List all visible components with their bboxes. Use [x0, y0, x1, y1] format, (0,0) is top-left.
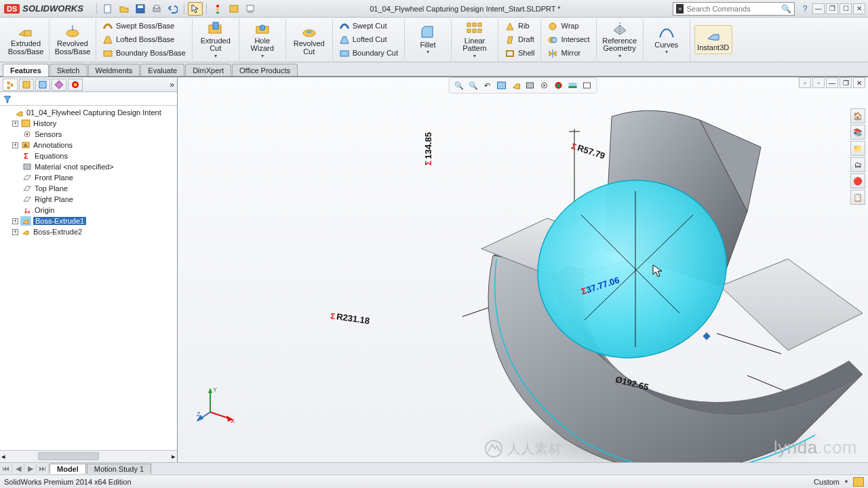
- search-prefix-icon: »: [676, 4, 684, 14]
- tree-root[interactable]: 01_04_Flywheel Capturing Design Intent: [0, 107, 177, 118]
- tree-boss-extrude1[interactable]: +Boss-Extrude1: [0, 216, 177, 226]
- select-button[interactable]: [188, 2, 203, 16]
- minimize-button[interactable]: —: [812, 3, 825, 14]
- options-dropdown-button[interactable]: [243, 2, 258, 16]
- fillet-button[interactable]: Fillet▾: [409, 23, 447, 57]
- search-commands-box[interactable]: » 🔍: [673, 2, 795, 16]
- svg-point-10: [66, 30, 79, 37]
- boundary-boss-button[interactable]: Boundary Boss/Base: [100, 47, 188, 60]
- mirror-icon: [547, 48, 558, 59]
- extruded-cut-icon: [206, 20, 225, 37]
- wrap-button[interactable]: Wrap: [545, 20, 591, 33]
- scroll-thumb[interactable]: [38, 452, 99, 460]
- extruded-boss-button[interactable]: Extruded Boss/Base: [7, 22, 45, 57]
- tree-front-plane[interactable]: Front Plane: [0, 172, 177, 183]
- configuration-manager-tab[interactable]: [35, 79, 50, 91]
- extruded-cut-button[interactable]: Extruded Cut▾: [197, 19, 235, 60]
- revolved-cut-button[interactable]: Revolved Cut: [290, 22, 328, 57]
- lofted-cut-icon: [339, 35, 350, 45]
- tree-filter-bar[interactable]: [0, 92, 177, 106]
- tree-equations[interactable]: ΣEquations: [0, 150, 177, 161]
- graphics-area[interactable]: 🔍 🔍 ↶ ▫ ▫ — ❐ ✕ 🏠 📚 📁 🗂 🔴 📋: [178, 77, 868, 462]
- open-button[interactable]: [117, 2, 132, 16]
- hole-wizard-button[interactable]: Hole Wizard▾: [243, 19, 281, 60]
- search-icon[interactable]: 🔍: [781, 4, 791, 14]
- svg-text:Σ: Σ: [24, 152, 28, 160]
- rib-button[interactable]: Rib: [502, 20, 536, 33]
- new-button[interactable]: [100, 2, 115, 16]
- swept-boss-button[interactable]: Swept Boss/Base: [100, 20, 188, 33]
- search-input[interactable]: [686, 5, 781, 13]
- feature-tree-tab[interactable]: [3, 79, 18, 91]
- mirror-button[interactable]: Mirror: [545, 47, 591, 60]
- curves-button[interactable]: Curves▾: [648, 23, 686, 57]
- close-button[interactable]: ✕: [853, 3, 865, 14]
- save-button[interactable]: [133, 2, 148, 16]
- motion-study-tab[interactable]: Motion Study 1: [87, 464, 151, 474]
- status-unit-system[interactable]: Custom: [814, 478, 840, 486]
- orientation-triad[interactable]: Y X Z: [197, 385, 237, 426]
- tree-scrollbar[interactable]: ◂▸: [0, 450, 177, 462]
- tree-boss-extrude2[interactable]: +Boss-Extrude2: [0, 226, 177, 237]
- tree-annotations[interactable]: +AAnnotations: [0, 140, 177, 150]
- reference-geometry-button[interactable]: Reference Geometry▾: [601, 19, 639, 60]
- restore-button[interactable]: ❐: [826, 3, 838, 14]
- help-button[interactable]: ?: [797, 2, 812, 16]
- feature-tree[interactable]: 01_04_Flywheel Capturing Design Intent +…: [0, 106, 177, 450]
- tab-prev-button[interactable]: ◀: [12, 464, 24, 473]
- tab-office-products[interactable]: Office Products: [232, 64, 298, 76]
- app-name: SOLIDWORKS: [22, 3, 83, 14]
- tab-dimxpert[interactable]: DimXpert: [185, 64, 231, 76]
- lofted-cut-button[interactable]: Lofted Cut: [337, 34, 400, 46]
- expand-icon[interactable]: +: [12, 121, 18, 127]
- linear-pattern-button[interactable]: Linear Pattern▾: [456, 19, 494, 60]
- intersect-button[interactable]: Intersect: [545, 34, 591, 46]
- undo-button[interactable]: [165, 2, 180, 16]
- maximize-button[interactable]: ☐: [840, 3, 852, 14]
- draft-button[interactable]: Draft: [502, 34, 536, 46]
- revolved-boss-button[interactable]: Revolved Boss/Base: [54, 22, 92, 57]
- collapse-tree-button[interactable]: »: [170, 80, 174, 89]
- svg-rect-18: [340, 51, 349, 56]
- tree-history[interactable]: +History: [0, 118, 177, 129]
- tree-sensors[interactable]: Sensors: [0, 129, 177, 140]
- svg-marker-55: [208, 388, 212, 393]
- shell-button[interactable]: Shell: [502, 47, 536, 60]
- svg-point-6: [216, 8, 219, 11]
- rebuild-button[interactable]: [210, 2, 225, 16]
- model-tab[interactable]: Model: [50, 464, 86, 474]
- intersect-icon: [547, 35, 558, 45]
- tab-features[interactable]: Features: [3, 64, 49, 77]
- model-view[interactable]: [313, 83, 868, 462]
- tree-origin[interactable]: Origin: [0, 205, 177, 216]
- options-button[interactable]: [226, 2, 241, 16]
- tree-top-plane[interactable]: Top Plane: [0, 183, 177, 194]
- svg-text:Z: Z: [197, 411, 201, 418]
- display-manager-tab[interactable]: [68, 79, 83, 91]
- dim-134[interactable]: Σ134.85: [423, 132, 433, 165]
- dimxpert-manager-tab[interactable]: [52, 79, 66, 91]
- status-flag-icon[interactable]: [853, 477, 864, 487]
- expand-icon[interactable]: +: [12, 229, 18, 235]
- watermark-cn: 人人素材: [484, 439, 561, 458]
- lofted-boss-button[interactable]: Lofted Boss/Base: [100, 34, 188, 46]
- instant3d-button[interactable]: Instant3D: [694, 25, 732, 54]
- tab-weldments[interactable]: Weldments: [88, 64, 140, 76]
- tab-last-button[interactable]: ⏭: [37, 464, 49, 473]
- print-button[interactable]: [149, 2, 164, 16]
- swept-cut-button[interactable]: Swept Cut: [337, 20, 400, 33]
- tab-next-button[interactable]: ▶: [24, 464, 37, 473]
- boundary-cut-button[interactable]: Boundary Cut: [337, 47, 400, 60]
- property-manager-tab[interactable]: [19, 79, 34, 91]
- svg-rect-33: [22, 120, 30, 127]
- tree-right-plane[interactable]: Right Plane: [0, 194, 177, 205]
- expand-icon[interactable]: +: [12, 142, 18, 148]
- svg-rect-24: [478, 29, 481, 33]
- feature-manager-panel: » 01_04_Flywheel Capturing Design Intent…: [0, 77, 178, 462]
- revolved-boss-icon: [63, 23, 82, 39]
- tab-first-button[interactable]: ⏮: [0, 464, 12, 473]
- expand-icon[interactable]: +: [12, 218, 18, 224]
- tab-evaluate[interactable]: Evaluate: [140, 64, 184, 76]
- tab-sketch[interactable]: Sketch: [50, 64, 87, 76]
- tree-material[interactable]: Material <not specified>: [0, 161, 177, 172]
